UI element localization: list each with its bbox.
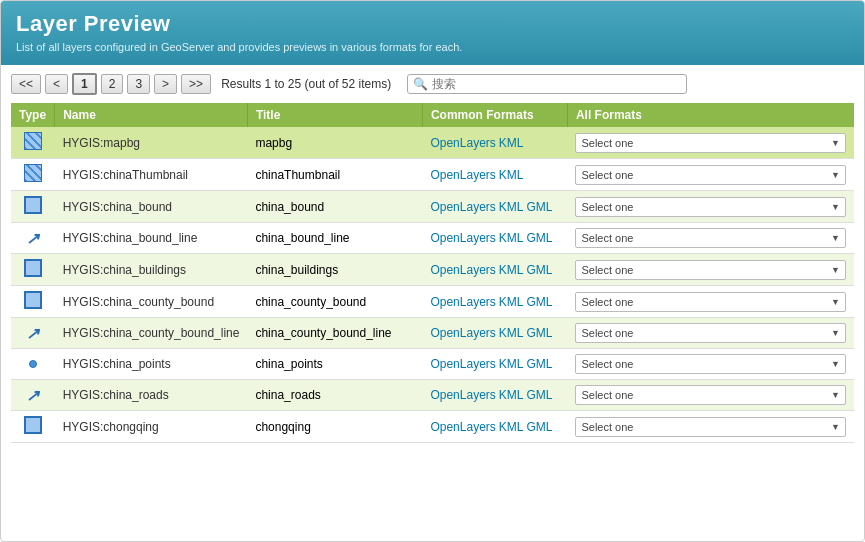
layer-name-link[interactable]: HYGIS:chongqing	[63, 420, 159, 434]
format-link[interactable]: GML	[526, 326, 552, 340]
all-formats-select[interactable]: Select one	[575, 354, 846, 374]
format-link[interactable]: OpenLayers	[430, 326, 495, 340]
next-page-button[interactable]: >	[154, 74, 177, 94]
title-cell: china_county_bound	[247, 286, 422, 318]
format-link[interactable]: GML	[526, 388, 552, 402]
all-formats-select-wrap: Select one	[575, 417, 846, 437]
format-link[interactable]: KML	[499, 357, 524, 371]
format-link[interactable]: KML	[499, 263, 524, 277]
all-formats-select[interactable]: Select one	[575, 197, 846, 217]
all-formats-select[interactable]: Select one	[575, 133, 846, 153]
title-cell: china_points	[247, 349, 422, 380]
all-formats-select[interactable]: Select one	[575, 417, 846, 437]
type-cell	[11, 254, 55, 286]
search-icon: 🔍	[413, 77, 428, 91]
name-cell: HYGIS:china_bound_line	[55, 223, 248, 254]
pagination-toolbar: << < 1 2 3 > >> Results 1 to 25 (out of …	[11, 73, 854, 95]
all-formats-cell: Select one	[567, 318, 854, 349]
format-link[interactable]: KML	[499, 326, 524, 340]
all-formats-select[interactable]: Select one	[575, 228, 846, 248]
format-link[interactable]: OpenLayers	[430, 357, 495, 371]
format-link[interactable]: OpenLayers	[430, 136, 495, 150]
last-page-button[interactable]: >>	[181, 74, 211, 94]
page1-button[interactable]: 1	[72, 73, 97, 95]
format-link[interactable]: KML	[499, 168, 524, 182]
layer-name-link[interactable]: HYGIS:china_county_bound	[63, 295, 214, 309]
format-link[interactable]: GML	[526, 420, 552, 434]
search-input[interactable]	[432, 77, 681, 91]
all-formats-select-wrap: Select one	[575, 133, 846, 153]
all-formats-cell: Select one	[567, 223, 854, 254]
format-link[interactable]: OpenLayers	[430, 200, 495, 214]
all-formats-select-wrap: Select one	[575, 260, 846, 280]
layer-name-link[interactable]: HYGIS:china_points	[63, 357, 171, 371]
format-link[interactable]: GML	[526, 200, 552, 214]
layer-name-link[interactable]: HYGIS:china_roads	[63, 388, 169, 402]
common-formats-cell: OpenLayersKML	[422, 127, 567, 159]
all-formats-select-wrap: Select one	[575, 165, 846, 185]
layer-name-link[interactable]: HYGIS:chinaThumbnail	[63, 168, 188, 182]
raster-icon	[24, 164, 42, 182]
format-link[interactable]: GML	[526, 295, 552, 309]
format-link[interactable]: OpenLayers	[430, 231, 495, 245]
all-formats-cell: Select one	[567, 127, 854, 159]
table-row: HYGIS:china_county_boundchina_county_bou…	[11, 286, 854, 318]
title-cell: chinaThumbnail	[247, 159, 422, 191]
format-link[interactable]: GML	[526, 231, 552, 245]
layer-name-link[interactable]: HYGIS:china_bound	[63, 200, 172, 214]
all-formats-cell: Select one	[567, 159, 854, 191]
format-link[interactable]: OpenLayers	[430, 168, 495, 182]
type-cell	[11, 159, 55, 191]
layer-name-link[interactable]: HYGIS:china_county_bound_line	[63, 326, 240, 340]
title-cell: china_roads	[247, 380, 422, 411]
format-link[interactable]: OpenLayers	[430, 388, 495, 402]
format-link[interactable]: KML	[499, 388, 524, 402]
format-links: OpenLayersKMLGML	[430, 263, 555, 277]
all-formats-select[interactable]: Select one	[575, 385, 846, 405]
all-formats-select[interactable]: Select one	[575, 260, 846, 280]
type-cell: ↗	[11, 223, 55, 254]
all-formats-cell: Select one	[567, 349, 854, 380]
common-formats-cell: OpenLayersKMLGML	[422, 286, 567, 318]
col-name: Name	[55, 103, 248, 127]
format-link[interactable]: KML	[499, 136, 524, 150]
table-row: HYGIS:mapbgmapbgOpenLayersKMLSelect one	[11, 127, 854, 159]
title-cell: china_bound_line	[247, 223, 422, 254]
format-link[interactable]: KML	[499, 295, 524, 309]
format-link[interactable]: OpenLayers	[430, 263, 495, 277]
common-formats-cell: OpenLayersKMLGML	[422, 223, 567, 254]
layer-name-link[interactable]: HYGIS:china_bound_line	[63, 231, 198, 245]
polygon-icon	[24, 196, 42, 214]
type-cell: ↗	[11, 318, 55, 349]
table-row: HYGIS:chongqingchongqingOpenLayersKMLGML…	[11, 411, 854, 443]
polygon-icon	[24, 291, 42, 309]
all-formats-select[interactable]: Select one	[575, 323, 846, 343]
name-cell: HYGIS:china_points	[55, 349, 248, 380]
col-type: Type	[11, 103, 55, 127]
page3-button[interactable]: 3	[127, 74, 150, 94]
all-formats-select[interactable]: Select one	[575, 292, 846, 312]
raster-icon	[24, 132, 42, 150]
format-link[interactable]: KML	[499, 231, 524, 245]
type-cell	[11, 127, 55, 159]
search-container: 🔍	[407, 74, 687, 94]
all-formats-select-wrap: Select one	[575, 385, 846, 405]
format-link[interactable]: GML	[526, 357, 552, 371]
format-link[interactable]: GML	[526, 263, 552, 277]
format-link[interactable]: KML	[499, 420, 524, 434]
format-link[interactable]: OpenLayers	[430, 420, 495, 434]
prev-page-button[interactable]: <	[45, 74, 68, 94]
format-links: OpenLayersKMLGML	[430, 357, 555, 371]
layer-name-link[interactable]: HYGIS:mapbg	[63, 136, 140, 150]
name-cell: HYGIS:chinaThumbnail	[55, 159, 248, 191]
table-row: HYGIS:china_buildingschina_buildingsOpen…	[11, 254, 854, 286]
line-icon: ↗	[24, 324, 42, 342]
format-link[interactable]: KML	[499, 200, 524, 214]
name-cell: HYGIS:china_county_bound_line	[55, 318, 248, 349]
first-page-button[interactable]: <<	[11, 74, 41, 94]
name-cell: HYGIS:china_roads	[55, 380, 248, 411]
page2-button[interactable]: 2	[101, 74, 124, 94]
format-link[interactable]: OpenLayers	[430, 295, 495, 309]
all-formats-select[interactable]: Select one	[575, 165, 846, 185]
layer-name-link[interactable]: HYGIS:china_buildings	[63, 263, 186, 277]
